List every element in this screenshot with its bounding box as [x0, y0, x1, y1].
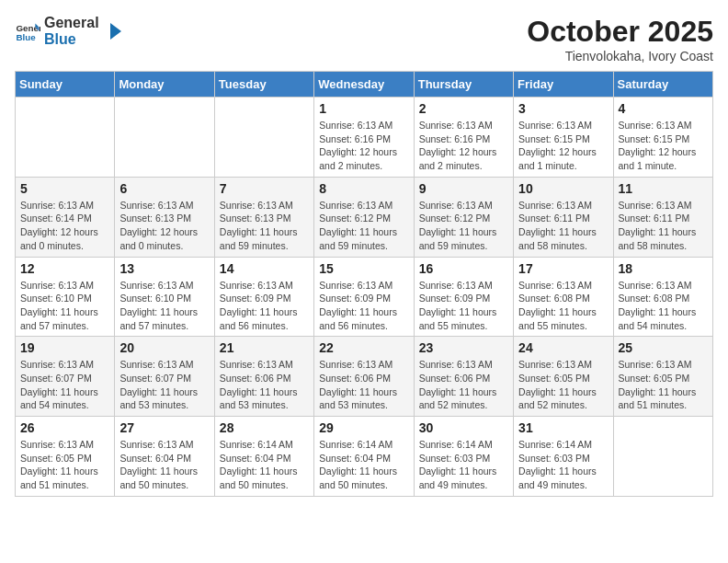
header: General Blue General Blue October 2025 T… [15, 15, 713, 63]
day-info: Sunrise: 6:13 AM Sunset: 6:15 PM Dayligh… [619, 119, 708, 173]
calendar-cell: 22Sunrise: 6:13 AM Sunset: 6:06 PM Dayli… [314, 337, 414, 417]
day-number: 13 [119, 261, 209, 276]
day-number: 14 [220, 261, 309, 276]
day-number: 4 [619, 101, 708, 116]
day-info: Sunrise: 6:13 AM Sunset: 6:05 PM Dayligh… [20, 438, 109, 492]
day-info: Sunrise: 6:13 AM Sunset: 6:10 PM Dayligh… [20, 279, 109, 333]
day-number: 22 [319, 340, 408, 355]
day-info: Sunrise: 6:13 AM Sunset: 6:06 PM Dayligh… [419, 358, 508, 412]
day-info: Sunrise: 6:13 AM Sunset: 6:13 PM Dayligh… [119, 199, 209, 253]
day-number: 25 [619, 340, 708, 355]
calendar-cell: 12Sunrise: 6:13 AM Sunset: 6:10 PM Dayli… [16, 257, 115, 337]
day-number: 21 [220, 340, 309, 355]
header-day-wednesday: Wednesday [314, 72, 414, 98]
day-number: 28 [220, 420, 309, 435]
calendar-cell [16, 98, 115, 178]
day-number: 31 [518, 420, 608, 435]
calendar-cell: 8Sunrise: 6:13 AM Sunset: 6:12 PM Daylig… [314, 177, 414, 257]
header-day-monday: Monday [115, 72, 214, 98]
calendar-cell: 24Sunrise: 6:13 AM Sunset: 6:05 PM Dayli… [514, 337, 613, 417]
header-day-friday: Friday [514, 72, 613, 98]
day-info: Sunrise: 6:13 AM Sunset: 6:04 PM Dayligh… [119, 438, 209, 492]
day-number: 11 [619, 181, 708, 196]
day-info: Sunrise: 6:13 AM Sunset: 6:10 PM Dayligh… [119, 279, 209, 333]
calendar-cell: 10Sunrise: 6:13 AM Sunset: 6:11 PM Dayli… [514, 177, 613, 257]
day-info: Sunrise: 6:13 AM Sunset: 6:05 PM Dayligh… [518, 358, 608, 412]
logo-general-text: General [44, 15, 99, 31]
day-number: 9 [419, 181, 508, 196]
calendar-cell: 4Sunrise: 6:13 AM Sunset: 6:15 PM Daylig… [613, 98, 712, 178]
day-info: Sunrise: 6:13 AM Sunset: 6:09 PM Dayligh… [220, 279, 309, 333]
day-info: Sunrise: 6:13 AM Sunset: 6:07 PM Dayligh… [119, 358, 209, 412]
month-title: October 2025 [527, 15, 713, 49]
day-info: Sunrise: 6:13 AM Sunset: 6:15 PM Dayligh… [518, 119, 608, 173]
calendar-week-row: 1Sunrise: 6:13 AM Sunset: 6:16 PM Daylig… [16, 98, 713, 178]
calendar-cell: 11Sunrise: 6:13 AM Sunset: 6:11 PM Dayli… [613, 177, 712, 257]
calendar-week-row: 5Sunrise: 6:13 AM Sunset: 6:14 PM Daylig… [16, 177, 713, 257]
day-info: Sunrise: 6:13 AM Sunset: 6:11 PM Dayligh… [518, 199, 608, 253]
day-info: Sunrise: 6:13 AM Sunset: 6:06 PM Dayligh… [220, 358, 309, 412]
day-info: Sunrise: 6:13 AM Sunset: 6:13 PM Dayligh… [220, 199, 309, 253]
day-number: 5 [20, 181, 109, 196]
calendar-cell: 29Sunrise: 6:14 AM Sunset: 6:04 PM Dayli… [314, 417, 414, 497]
logo-blue-text: Blue [44, 31, 99, 48]
calendar-week-row: 26Sunrise: 6:13 AM Sunset: 6:05 PM Dayli… [16, 417, 713, 497]
day-info: Sunrise: 6:13 AM Sunset: 6:06 PM Dayligh… [319, 358, 408, 412]
day-number: 16 [419, 261, 508, 276]
header-day-tuesday: Tuesday [214, 72, 313, 98]
calendar-cell [613, 417, 712, 497]
day-info: Sunrise: 6:13 AM Sunset: 6:08 PM Dayligh… [518, 279, 608, 333]
day-number: 10 [518, 181, 608, 196]
day-number: 20 [119, 340, 209, 355]
calendar-cell: 21Sunrise: 6:13 AM Sunset: 6:06 PM Dayli… [214, 337, 313, 417]
calendar-cell: 1Sunrise: 6:13 AM Sunset: 6:16 PM Daylig… [314, 98, 414, 178]
logo: General Blue General Blue [15, 15, 123, 47]
day-info: Sunrise: 6:13 AM Sunset: 6:05 PM Dayligh… [619, 358, 708, 412]
calendar-cell: 23Sunrise: 6:13 AM Sunset: 6:06 PM Dayli… [414, 337, 513, 417]
header-day-sunday: Sunday [16, 72, 115, 98]
day-info: Sunrise: 6:13 AM Sunset: 6:09 PM Dayligh… [319, 279, 408, 333]
day-number: 1 [319, 101, 408, 116]
calendar-cell: 6Sunrise: 6:13 AM Sunset: 6:13 PM Daylig… [115, 177, 214, 257]
day-number: 27 [119, 420, 209, 435]
day-number: 23 [419, 340, 508, 355]
calendar-cell: 5Sunrise: 6:13 AM Sunset: 6:14 PM Daylig… [16, 177, 115, 257]
day-info: Sunrise: 6:13 AM Sunset: 6:16 PM Dayligh… [319, 119, 408, 173]
day-number: 12 [20, 261, 109, 276]
day-number: 26 [20, 420, 109, 435]
day-number: 6 [119, 181, 209, 196]
location-subtitle: Tienvolokaha, Ivory Coast [527, 49, 713, 63]
calendar-cell: 28Sunrise: 6:14 AM Sunset: 6:04 PM Dayli… [214, 417, 313, 497]
calendar-cell: 27Sunrise: 6:13 AM Sunset: 6:04 PM Dayli… [115, 417, 214, 497]
day-info: Sunrise: 6:13 AM Sunset: 6:14 PM Dayligh… [20, 199, 109, 253]
day-number: 19 [20, 340, 109, 355]
calendar-cell: 17Sunrise: 6:13 AM Sunset: 6:08 PM Dayli… [514, 257, 613, 337]
calendar-cell: 26Sunrise: 6:13 AM Sunset: 6:05 PM Dayli… [16, 417, 115, 497]
calendar-week-row: 19Sunrise: 6:13 AM Sunset: 6:07 PM Dayli… [16, 337, 713, 417]
calendar-cell: 9Sunrise: 6:13 AM Sunset: 6:12 PM Daylig… [414, 177, 513, 257]
svg-marker-4 [110, 23, 121, 40]
day-info: Sunrise: 6:14 AM Sunset: 6:04 PM Dayligh… [319, 438, 408, 492]
calendar: SundayMondayTuesdayWednesdayThursdayFrid… [15, 71, 713, 497]
calendar-cell: 19Sunrise: 6:13 AM Sunset: 6:07 PM Dayli… [16, 337, 115, 417]
day-number: 8 [319, 181, 408, 196]
calendar-header-row: SundayMondayTuesdayWednesdayThursdayFrid… [16, 72, 713, 98]
day-number: 29 [319, 420, 408, 435]
day-info: Sunrise: 6:14 AM Sunset: 6:03 PM Dayligh… [419, 438, 508, 492]
calendar-cell: 30Sunrise: 6:14 AM Sunset: 6:03 PM Dayli… [414, 417, 513, 497]
calendar-cell [115, 98, 214, 178]
day-number: 24 [518, 340, 608, 355]
day-number: 15 [319, 261, 408, 276]
calendar-cell: 14Sunrise: 6:13 AM Sunset: 6:09 PM Dayli… [214, 257, 313, 337]
day-info: Sunrise: 6:14 AM Sunset: 6:03 PM Dayligh… [518, 438, 608, 492]
header-day-saturday: Saturday [613, 72, 712, 98]
calendar-cell: 7Sunrise: 6:13 AM Sunset: 6:13 PM Daylig… [214, 177, 313, 257]
logo-arrow-icon [103, 21, 123, 41]
day-number: 2 [419, 101, 508, 116]
day-number: 30 [419, 420, 508, 435]
calendar-cell: 2Sunrise: 6:13 AM Sunset: 6:16 PM Daylig… [414, 98, 513, 178]
calendar-week-row: 12Sunrise: 6:13 AM Sunset: 6:10 PM Dayli… [16, 257, 713, 337]
day-number: 18 [619, 261, 708, 276]
logo-icon: General Blue [15, 18, 40, 44]
header-day-thursday: Thursday [414, 72, 513, 98]
